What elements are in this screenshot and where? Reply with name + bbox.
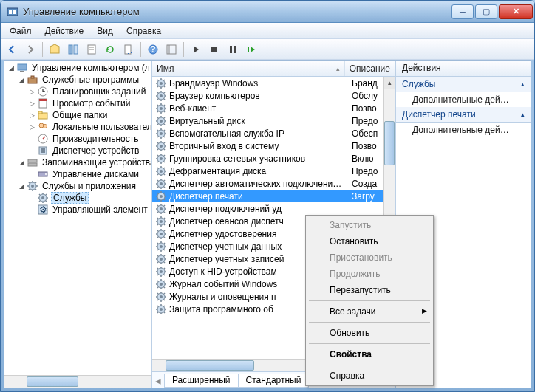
context-menu-item[interactable]: Справка bbox=[307, 368, 432, 384]
tree-root[interactable]: ◢Управление компьютером (л bbox=[7, 62, 152, 74]
scroll-up-icon[interactable]: ▴ bbox=[384, 77, 395, 89]
service-row[interactable]: Веб-клиентПозво bbox=[152, 102, 395, 114]
service-row[interactable]: Диспетчер печатиЗагру bbox=[152, 190, 395, 202]
svg-point-181 bbox=[160, 233, 163, 235]
context-menu-item[interactable]: Перезапустить bbox=[307, 282, 432, 298]
start-service-button[interactable] bbox=[188, 41, 204, 58]
expand-icon[interactable]: ▷ bbox=[28, 100, 36, 108]
svg-line-46 bbox=[29, 189, 30, 190]
context-menu[interactable]: ЗапуститьОстановитьПриостановитьПродолжи… bbox=[305, 215, 434, 386]
nav-tree[interactable]: ◢Управление компьютером (л◢Служебные про… bbox=[4, 61, 152, 388]
expand-icon[interactable] bbox=[28, 194, 36, 202]
tree-item-label: Службы bbox=[51, 192, 89, 204]
service-row[interactable]: Вторичный вход в системуПозво bbox=[152, 140, 395, 152]
tab-standard[interactable]: Стандартный bbox=[238, 374, 310, 388]
context-menu-item[interactable]: Все задачи▶ bbox=[307, 303, 432, 320]
context-menu-item[interactable]: Остановить bbox=[307, 233, 432, 250]
forward-button[interactable] bbox=[22, 41, 38, 58]
service-row[interactable]: Группировка сетевых участниковВклю bbox=[152, 152, 395, 165]
svg-line-188 bbox=[157, 236, 159, 238]
tree-item[interactable]: Управление дисками bbox=[7, 168, 152, 180]
svg-point-111 bbox=[160, 145, 163, 148]
export-button[interactable] bbox=[120, 41, 137, 58]
tree-item[interactable]: Производительность bbox=[7, 133, 152, 145]
actions-section-services[interactable]: Службы▴ bbox=[396, 77, 531, 92]
menu-action[interactable]: Действие bbox=[39, 24, 90, 38]
service-row[interactable]: Виртуальный дискПредо bbox=[152, 114, 395, 127]
restart-service-button[interactable] bbox=[243, 41, 259, 58]
titlebar[interactable]: Управление компьютером ─ ▢ ✕ bbox=[1, 1, 534, 23]
expand-icon[interactable] bbox=[28, 206, 36, 214]
tree-item[interactable]: Диспетчер устройств bbox=[7, 145, 152, 157]
actions-more-link-2[interactable]: Дополнительные дей… bbox=[396, 123, 531, 137]
maximize-button[interactable]: ▢ bbox=[475, 4, 497, 19]
tree-item-label: Управление дисками bbox=[51, 169, 140, 179]
scrollbar-thumb[interactable] bbox=[27, 376, 78, 387]
svg-line-108 bbox=[157, 136, 159, 137]
service-row[interactable]: Диспетчер подключений уд bbox=[152, 202, 395, 215]
expand-icon[interactable]: ◢ bbox=[18, 76, 26, 84]
expand-icon[interactable]: ▷ bbox=[28, 123, 36, 131]
context-menu-item[interactable]: Свойства bbox=[307, 346, 432, 362]
svg-point-71 bbox=[160, 94, 163, 97]
service-row[interactable]: Диспетчер автоматических подключени…Созд… bbox=[152, 177, 395, 190]
tab-extended[interactable]: Расширенный bbox=[164, 374, 239, 388]
tree-item[interactable]: ⚙Управляющий элемент bbox=[7, 204, 152, 216]
act-button[interactable] bbox=[163, 41, 180, 58]
minimize-button[interactable]: ─ bbox=[451, 4, 474, 19]
tree-item[interactable]: ▷Просмотр событий bbox=[7, 97, 152, 109]
column-name[interactable]: Имя ▴ bbox=[152, 61, 345, 76]
menu-view[interactable]: Вид bbox=[91, 24, 119, 38]
scrollbar-thumb[interactable] bbox=[166, 360, 254, 371]
service-name: Дефрагментация диска bbox=[169, 166, 352, 176]
tree-item[interactable]: ▷Общие папки bbox=[7, 109, 152, 121]
back-button[interactable] bbox=[4, 41, 20, 58]
properties-button[interactable] bbox=[84, 41, 100, 58]
tree-item[interactable]: ▷Локальные пользователи bbox=[7, 121, 152, 133]
tree-hscrollbar[interactable] bbox=[4, 375, 151, 388]
svg-line-178 bbox=[157, 224, 159, 225]
tree-services-apps[interactable]: ◢Службы и приложения bbox=[7, 180, 152, 192]
expand-icon[interactable]: ◢ bbox=[7, 64, 16, 72]
tree-storage[interactable]: ◢Запоминающие устройства bbox=[7, 157, 152, 168]
expand-icon[interactable]: ◢ bbox=[18, 182, 26, 190]
actions-more-link[interactable]: Дополнительные дей… bbox=[396, 92, 531, 107]
tree-item[interactable]: ▷Планировщик заданий bbox=[7, 86, 152, 97]
service-row[interactable]: Дефрагментация дискаПредо bbox=[152, 165, 395, 177]
svg-line-87 bbox=[164, 111, 166, 112]
expand-icon[interactable]: ▷ bbox=[28, 111, 36, 120]
svg-line-77 bbox=[164, 98, 166, 100]
scrollbar-thumb[interactable] bbox=[384, 121, 395, 165]
stop-service-button[interactable] bbox=[206, 41, 222, 58]
service-row[interactable]: Брандмауэр WindowsБранд bbox=[152, 77, 395, 89]
close-button[interactable]: ✕ bbox=[499, 4, 533, 19]
tree-item-services[interactable]: Службы bbox=[7, 192, 152, 204]
tree-item-icon bbox=[37, 168, 49, 180]
service-row[interactable]: Браузер компьютеровОбслу bbox=[152, 89, 395, 102]
tree-system-tools[interactable]: ◢Служебные программы bbox=[7, 74, 152, 86]
up-button[interactable] bbox=[47, 41, 63, 58]
expand-icon[interactable]: ◢ bbox=[18, 159, 26, 167]
menu-file[interactable]: Файл bbox=[4, 24, 38, 38]
menu-help[interactable]: Справка bbox=[120, 24, 167, 38]
svg-line-139 bbox=[164, 168, 166, 169]
service-row[interactable]: Вспомогательная служба IPОбесп bbox=[152, 127, 395, 140]
expand-icon[interactable] bbox=[28, 171, 36, 179]
expand-icon[interactable] bbox=[28, 147, 36, 155]
svg-line-76 bbox=[157, 92, 159, 94]
expand-icon[interactable]: ▷ bbox=[28, 88, 36, 96]
tab-scroll-left-icon[interactable]: ◂ bbox=[155, 374, 161, 388]
pause-service-button[interactable] bbox=[225, 41, 241, 58]
svg-line-227 bbox=[164, 286, 166, 288]
actions-section-selected[interactable]: Диспетчер печати▴ bbox=[396, 107, 531, 123]
svg-line-246 bbox=[157, 306, 159, 307]
svg-line-176 bbox=[157, 218, 159, 219]
svg-line-47 bbox=[35, 182, 37, 184]
refresh-button[interactable] bbox=[102, 41, 118, 58]
help-button[interactable]: ? bbox=[145, 41, 161, 58]
column-desc[interactable]: Описание bbox=[345, 61, 395, 76]
svg-point-241 bbox=[160, 308, 163, 311]
show-hide-button[interactable] bbox=[65, 41, 81, 58]
context-menu-item[interactable]: Обновить bbox=[307, 325, 432, 341]
expand-icon[interactable] bbox=[28, 135, 36, 143]
